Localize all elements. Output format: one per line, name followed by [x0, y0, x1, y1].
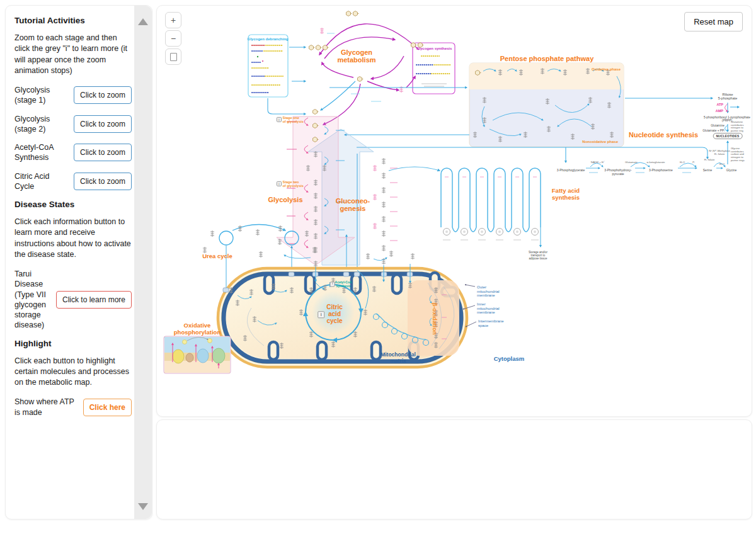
- app-root: { "sidebar": { "tutorial": { "title": "T…: [0, 0, 756, 534]
- acetyl-coa-synthesis-label: iAcetyl-CoA Synthesis: [335, 281, 352, 288]
- zoom-in-button[interactable]: +: [165, 12, 181, 28]
- intermembrane-space-label: Intermembrane space: [478, 319, 504, 327]
- oxidative-phase-label: Oxidative phase: [592, 67, 621, 72]
- nadh-label: NADH + H⁺: [591, 161, 605, 164]
- cytoplasm-label: Cytoplasm: [494, 356, 525, 363]
- tutorial-row-glycolysis-1: Glycolysis (stage 1) Click to zoom: [14, 85, 132, 106]
- nucleotide-synthesis-label: Nucleotide synthesis: [629, 131, 698, 139]
- glycine-label: Glycine: [726, 169, 737, 173]
- purine-nitrogen-note: Glutamine contributes nitrogen to purine…: [731, 121, 751, 133]
- metabolic-map-panel[interactable]: + − Reset map: [156, 5, 752, 417]
- zoom-citric-acid-button[interactable]: Click to zoom: [74, 173, 132, 190]
- h4-folate-label: H₄ folate: [704, 159, 715, 162]
- citric-acid-cycle-label: iCitric acid cycle: [326, 304, 343, 325]
- tutorial-item-label: Glycolysis (stage 2): [14, 114, 71, 135]
- gluconeogenesis-label: Gluconeo- genesis: [336, 197, 370, 213]
- mitochondrial-matrix-label: Mitochondrial matrix: [381, 352, 416, 364]
- tutorial-item-label: Acetyl-CoA Synthesis: [14, 142, 71, 163]
- fit-view-icon: [170, 53, 177, 61]
- stage-one-text: Stage one of glycolysis: [283, 116, 304, 123]
- highlight-title: Highlight: [14, 339, 132, 348]
- 3-phosphoglycerate-label: 3-Phosphoglycerate: [557, 169, 585, 173]
- tutorial-item-label: Glycolysis (stage 1): [14, 85, 71, 106]
- h2o-label: H₂O: [680, 161, 685, 164]
- purine-carbon-note: Glycine contributes carbon and nitrogen …: [731, 147, 751, 162]
- inner-membrane-label: Inner mitochondrial membrane: [477, 302, 500, 315]
- info-icon[interactable]: i: [277, 117, 282, 122]
- citric-acid-cycle-text: Citric acid cycle: [326, 304, 343, 324]
- tutorial-row-glycolysis-2: Glycolysis (stage 2) Click to zoom: [14, 114, 132, 135]
- glycogen-synthesis-label: Glycogen synthesis: [416, 47, 452, 51]
- zoom-out-button[interactable]: −: [165, 30, 181, 47]
- beta-oxidation-label: β-oxidation: [432, 302, 438, 334]
- 3-phosphoserine-label: 3-Phosphoserine: [649, 169, 673, 173]
- h2o-2-label: H₂O: [719, 163, 724, 166]
- disease-item-label: Tarui Disease (Type VII glycogen storage…: [14, 269, 54, 331]
- show-atp-button[interactable]: Click here: [83, 399, 132, 416]
- serine-label: Serine: [703, 169, 712, 173]
- info-icon[interactable]: i: [318, 311, 324, 318]
- glycogen-debranching-label: Glycogen debranching: [247, 37, 288, 42]
- sidebar-scrollbar[interactable]: [134, 6, 152, 519]
- tutorial-row-acetyl-coa: Acetyl-CoA Synthesis Click to zoom: [14, 142, 132, 163]
- alpha-ketoglutarate-label: α-ketoglutarate: [647, 161, 665, 164]
- 3-phosphohydroxypyruvate-label: 3-Phosphohydroxy- pyruvate: [604, 169, 631, 176]
- zoom-glycolysis-2-button[interactable]: Click to zoom: [74, 115, 132, 133]
- info-icon[interactable]: i: [277, 181, 282, 186]
- zoom-glycolysis-1-button[interactable]: Click to zoom: [74, 86, 132, 104]
- amp-label: AMP: [716, 109, 723, 113]
- atp-label: ATP: [716, 103, 723, 106]
- zoom-fit-button[interactable]: [165, 48, 181, 65]
- highlight-description: Click each button to highlight certain m…: [14, 356, 132, 389]
- scroll-up-icon[interactable]: [138, 18, 148, 25]
- disease-states-title: Disease States: [14, 200, 132, 209]
- outer-membrane-label: Outer mitochondrial membrane: [477, 285, 500, 298]
- stage-one-label: iStage one of glycolysis: [277, 116, 304, 123]
- sidebar-content: Tutorial Activities Zoom to each stage a…: [6, 6, 134, 519]
- pentose-phosphate-label: Pentose phosphate pathway: [500, 55, 594, 62]
- urea-cycle-label: Urea cycle: [202, 253, 232, 260]
- tarui-learn-more-button[interactable]: Click to learn more: [56, 291, 132, 309]
- highlight-item-label: Show where ATP is made: [14, 397, 77, 418]
- oxidative-phosphorylation-label: Oxidative phosphorylation: [174, 322, 220, 336]
- bottom-panel: [156, 419, 752, 520]
- disease-states-description: Click each information button to learn m…: [14, 217, 132, 260]
- glutamine-label: Glutamine: [711, 124, 724, 127]
- glutamate-label: Glutamate: [625, 161, 638, 164]
- glycogen-metabolism-label: Glycogen metabolism: [337, 48, 375, 64]
- ribose-5-phosphate-label: Ribose 5-phosphate: [718, 93, 738, 100]
- disease-row-tarui: Tarui Disease (Type VII glycogen storage…: [14, 269, 132, 331]
- glycolysis-label: Glycolysis: [268, 196, 302, 203]
- nonoxidative-phase-label: Nonoxidative phase: [582, 140, 618, 144]
- info-icon[interactable]: i: [330, 281, 335, 287]
- stage-two-text: Stage two of glycolysis: [283, 180, 304, 188]
- zoom-acetyl-coa-button[interactable]: Click to zoom: [74, 144, 132, 161]
- highlight-row-atp: Show where ATP is made Click here: [14, 397, 132, 418]
- pi-label: Pᵢ: [692, 161, 695, 164]
- acetyl-coa-text: Acetyl-CoA Synthesis: [335, 280, 352, 288]
- glutamate-ppi-label: Glutamate + PPᵢ: [702, 129, 724, 132]
- storage-note: Storage and/or transport to adipose tiss…: [529, 251, 547, 260]
- tutorial-activities-title: Tutorial Activities: [14, 16, 132, 25]
- fatty-acid-synthesis-label: Fatty acid synthesis: [552, 188, 580, 201]
- stage-two-label: iStage two of glycolysis: [277, 180, 304, 188]
- nucleotides-badge: NUCLEOTIDES: [713, 133, 743, 139]
- metabolic-map-art: [157, 6, 752, 416]
- tutorial-row-citric-acid: Citric Acid Cycle Click to zoom: [14, 171, 132, 192]
- scroll-down-icon[interactable]: [138, 503, 148, 510]
- tutorial-activities-description: Zoom to each stage and then click the gr…: [14, 33, 132, 76]
- tutorial-item-label: Citric Acid Cycle: [14, 171, 71, 192]
- methylene-folate-label: N⁵,N¹⁰-Methylene H₄ folate: [709, 150, 730, 156]
- reset-map-button[interactable]: Reset map: [684, 12, 743, 31]
- zoom-controls: + −: [165, 12, 181, 65]
- tutorial-sidebar: Tutorial Activities Zoom to each stage a…: [5, 5, 152, 520]
